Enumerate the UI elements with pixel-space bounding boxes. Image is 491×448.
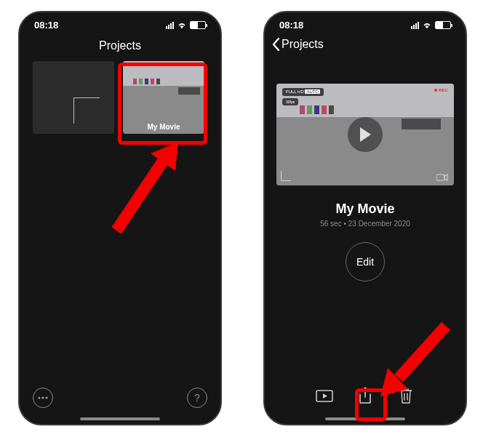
question-icon: ? <box>194 392 200 404</box>
more-button[interactable] <box>33 388 53 408</box>
status-time: 08:18 <box>34 20 58 31</box>
back-button[interactable]: Projects <box>265 33 466 58</box>
status-bar: 08:18 <box>20 12 220 33</box>
battery-icon <box>190 21 206 29</box>
back-label: Projects <box>282 38 324 51</box>
status-indicators <box>166 21 206 29</box>
hud-quality: FULL HD AUTO <box>282 88 324 96</box>
wifi-icon <box>177 22 187 29</box>
svg-point-1 <box>42 397 44 399</box>
play-rect-icon <box>316 390 333 402</box>
battery-icon <box>435 21 451 29</box>
annotation-highlight-thumbnail <box>118 63 207 145</box>
play-button[interactable] <box>348 117 383 152</box>
video-preview[interactable]: FULL HD AUTO 30fps REC <box>276 84 454 185</box>
camera-icon <box>436 174 448 181</box>
play-project-button[interactable] <box>315 386 334 405</box>
status-time: 08:18 <box>279 20 303 31</box>
status-bar: 08:18 <box>265 12 466 33</box>
annotation-arrow-thumbnail <box>105 142 185 236</box>
page-title: Projects <box>20 33 220 61</box>
wifi-icon <box>422 22 432 29</box>
edit-label: Edit <box>356 256 374 268</box>
annotation-arrow-share <box>380 320 453 400</box>
help-button[interactable]: ? <box>187 388 207 408</box>
edit-button[interactable]: Edit <box>346 242 385 281</box>
create-project-button[interactable] <box>33 61 114 134</box>
svg-point-2 <box>46 397 48 399</box>
ellipsis-icon <box>38 396 48 399</box>
project-meta: 56 sec • 23 December 2020 <box>265 220 466 228</box>
status-indicators <box>411 21 451 29</box>
hud-rec: REC <box>434 88 448 92</box>
svg-rect-3 <box>436 175 444 180</box>
signal-icon <box>411 22 419 29</box>
home-indicator[interactable] <box>80 417 160 420</box>
project-title: My Movie <box>265 201 466 217</box>
signal-icon <box>166 22 174 29</box>
hud-fps: 30fps <box>282 98 298 105</box>
play-icon <box>358 127 372 143</box>
svg-point-0 <box>39 397 41 399</box>
chevron-left-icon <box>272 38 280 51</box>
